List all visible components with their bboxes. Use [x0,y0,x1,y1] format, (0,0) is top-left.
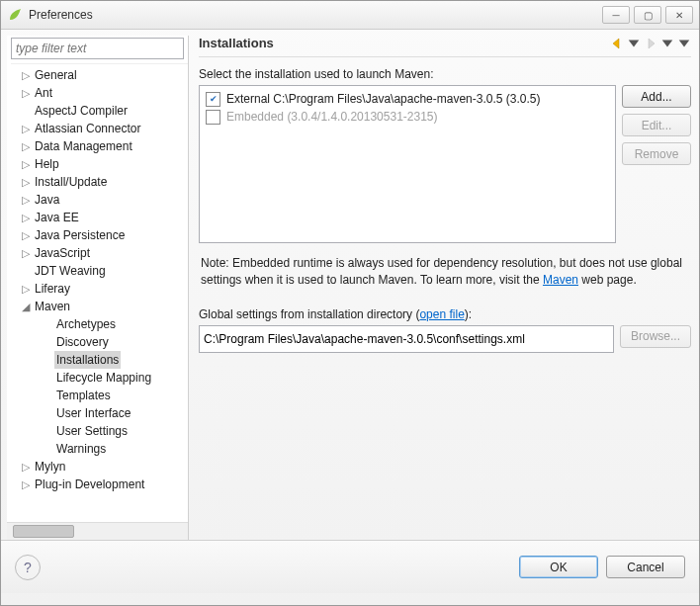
maximize-button[interactable]: ▢ [634,6,661,24]
installation-label: Embedded (3.0.4/1.4.0.20130531-2315) [226,110,438,124]
maven-link[interactable]: Maven [543,273,578,287]
app-icon [7,7,23,23]
global-settings-input[interactable] [199,325,614,353]
tree-item-label: Help [33,155,61,173]
select-installation-label: Select the installation used to launch M… [199,67,691,81]
tree-item[interactable]: Warnings [11,440,188,458]
tree-item-label: Discovery [54,333,111,351]
tree-item[interactable]: ▷Mylyn [11,458,188,476]
checkbox[interactable] [206,110,220,125]
view-menu-icon[interactable] [677,37,691,50]
expand-icon[interactable]: ▷ [19,155,33,173]
tree-item[interactable]: ▷Atlassian Connector [11,120,188,137]
ok-button[interactable]: OK [519,556,598,578]
gs-label-prefix: Global settings from installation direct… [199,307,419,321]
minimize-button[interactable]: ─ [602,6,630,24]
global-settings-label: Global settings from installation direct… [199,307,691,321]
page-title: Installations [199,36,610,50]
expand-icon[interactable]: ▷ [19,458,33,476]
tree-item-label: Mylyn [33,458,67,476]
tree-item[interactable]: ▷Plug-in Development [11,476,188,493]
tree-item[interactable]: AspectJ Compiler [11,102,188,120]
note-suffix: web page. [578,273,637,287]
expand-icon[interactable]: ▷ [19,280,33,298]
tree-item[interactable]: JDT Weaving [11,262,188,280]
expand-icon[interactable]: ▷ [19,226,33,244]
tree-item-label: Java [33,191,61,209]
tree-item-label: JDT Weaving [33,262,108,280]
tree-item-label: Warnings [54,440,108,458]
gs-label-suffix: ): [465,307,472,321]
forward-menu-icon[interactable] [660,37,674,50]
expand-icon[interactable]: ▷ [19,66,33,84]
forward-icon [644,37,657,50]
tree-item[interactable]: ▷Java EE [11,209,188,226]
installation-item[interactable]: External C:\Program Files\Java\apache-ma… [206,90,609,108]
expand-icon[interactable]: ▷ [19,191,33,209]
tree-item-label: Ant [33,84,54,102]
sidebar-horizontal-scrollbar[interactable] [7,522,188,540]
tree-item-label: Liferay [33,280,72,298]
tree-item-label: Plug-in Development [33,476,146,493]
tree-item-label: Java EE [33,209,81,226]
main-panel: Installations Select the installation us… [189,30,699,540]
tree-item[interactable]: ▷Java Persistence [11,226,188,244]
tree-item[interactable]: ▷Java [11,191,188,209]
titlebar: Preferences ─ ▢ ✕ [1,1,699,30]
expand-icon[interactable]: ▷ [19,476,33,493]
tree-item-label: Templates [54,387,113,404]
preferences-tree[interactable]: ▷General▷AntAspectJ Compiler▷Atlassian C… [11,64,188,522]
installation-item[interactable]: Embedded (3.0.4/1.4.0.20130531-2315) [206,108,609,126]
tree-item-label: Maven [33,298,72,315]
expand-icon[interactable]: ▷ [19,244,33,262]
tree-item[interactable]: ◢Maven [11,298,188,315]
sidebar: ▷General▷AntAspectJ Compiler▷Atlassian C… [7,36,189,540]
back-menu-icon[interactable] [627,37,641,50]
remove-button[interactable]: Remove [622,142,691,165]
tree-item[interactable]: User Interface [11,404,188,422]
back-icon[interactable] [610,37,624,50]
help-button[interactable]: ? [15,555,41,580]
tree-item[interactable]: ▷Data Management [11,137,188,155]
add-button[interactable]: Add... [622,85,691,108]
expand-icon[interactable]: ▷ [19,173,33,191]
tree-item[interactable]: Archetypes [11,315,188,333]
tree-item-label: JavaScript [33,244,92,262]
tree-item-label: Data Management [33,137,134,155]
checkbox[interactable] [206,92,220,107]
tree-item[interactable]: ▷Ant [11,84,188,102]
tree-item-label: Java Persistence [33,226,127,244]
browse-button[interactable]: Browse... [620,325,691,348]
expand-icon[interactable]: ◢ [19,298,33,315]
tree-item[interactable]: ▷Help [11,155,188,173]
tree-item-label: General [33,66,79,84]
expand-icon[interactable]: ▷ [19,137,33,155]
tree-item[interactable]: ▷General [11,66,188,84]
tree-item[interactable]: Lifecycle Mapping [11,369,188,387]
tree-item[interactable]: ▷Install/Update [11,173,188,191]
tree-item[interactable]: Installations [11,351,188,369]
filter-input[interactable] [11,38,184,59]
header-nav [610,37,691,50]
installation-label: External C:\Program Files\Java\apache-ma… [226,92,540,106]
edit-button[interactable]: Edit... [622,114,691,136]
tree-item[interactable]: ▷JavaScript [11,244,188,262]
window-title: Preferences [29,8,602,22]
tree-item[interactable]: Discovery [11,333,188,351]
close-button[interactable]: ✕ [665,6,693,24]
open-file-link[interactable]: open file [419,307,464,321]
expand-icon[interactable]: ▷ [19,209,33,226]
cancel-button[interactable]: Cancel [606,556,685,578]
tree-item-label: AspectJ Compiler [33,102,130,120]
tree-item[interactable]: ▷Liferay [11,280,188,298]
tree-item-label: Install/Update [33,173,109,191]
tree-item[interactable]: Templates [11,387,188,404]
tree-item[interactable]: User Settings [11,422,188,440]
installations-list[interactable]: External C:\Program Files\Java\apache-ma… [199,85,616,243]
window-buttons: ─ ▢ ✕ [602,6,693,24]
expand-icon[interactable]: ▷ [19,84,33,102]
tree-item-label: Archetypes [54,315,118,333]
note-text: Note: Embedded runtime is always used fo… [201,255,689,290]
expand-icon[interactable]: ▷ [19,120,33,137]
tree-item-label: Atlassian Connector [33,120,142,137]
